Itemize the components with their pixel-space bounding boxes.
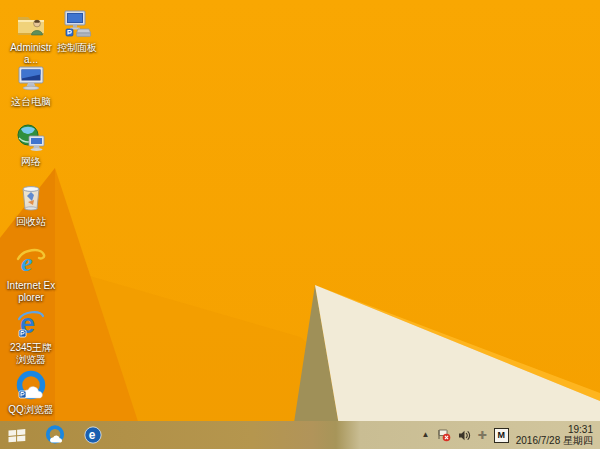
icon-label: 这台电脑 bbox=[6, 96, 56, 108]
computer-icon bbox=[15, 62, 47, 94]
clock-time: 19:31 bbox=[516, 424, 593, 435]
network-icon bbox=[15, 122, 47, 154]
taskbar-clock[interactable]: 19:31 2016/7/28 星期四 bbox=[516, 424, 596, 446]
icon-label: Internet Explorer bbox=[6, 280, 56, 304]
icon-label: 回收站 bbox=[6, 216, 56, 228]
desktop-wallpaper bbox=[0, 0, 600, 449]
desktop-icon-2345-browser[interactable]: e 2345王牌浏览器 bbox=[6, 308, 56, 366]
volume-icon[interactable] bbox=[458, 429, 471, 442]
desktop-icon-qq-browser[interactable]: QQ浏览器 bbox=[6, 370, 56, 416]
recycle-bin-icon bbox=[15, 182, 47, 214]
svg-text:e: e bbox=[89, 428, 96, 442]
taskbar-2345-browser[interactable]: e bbox=[78, 421, 108, 449]
ime-mode-icon[interactable]: M bbox=[494, 428, 509, 443]
action-center-alert-icon[interactable] bbox=[437, 428, 451, 442]
desktop-icon-administrator-folder[interactable]: Administra... bbox=[6, 8, 56, 66]
desktop-icon-control-panel[interactable]: 控制面板 bbox=[52, 8, 102, 54]
2345-browser-icon: e bbox=[83, 425, 103, 445]
internet-explorer-icon: e bbox=[15, 246, 47, 278]
user-folder-icon bbox=[15, 8, 47, 40]
desktop-icon-recycle-bin[interactable]: 回收站 bbox=[6, 182, 56, 228]
icon-label: 网络 bbox=[6, 156, 56, 168]
qq-browser-icon bbox=[45, 425, 65, 445]
icon-label: QQ浏览器 bbox=[6, 404, 56, 416]
clock-date: 2016/7/28 星期四 bbox=[516, 435, 593, 446]
icon-label: 控制面板 bbox=[52, 42, 102, 54]
taskbar-qq-browser[interactable] bbox=[40, 421, 70, 449]
system-tray: ▲ ✚ M 19:31 2016/7/28 星期四 bbox=[422, 421, 596, 449]
icon-label: 2345王牌浏览器 bbox=[6, 342, 56, 366]
desktop-icon-network[interactable]: 网络 bbox=[6, 122, 56, 168]
2345-browser-icon: e bbox=[15, 308, 47, 340]
input-indicator-icon[interactable]: ✚ bbox=[478, 430, 487, 441]
desktop-icon-internet-explorer[interactable]: e Internet Explorer bbox=[6, 246, 56, 304]
desktop: Administra... 控制面板 这台电脑 bbox=[0, 0, 600, 449]
qq-browser-icon bbox=[15, 370, 47, 402]
start-button[interactable] bbox=[2, 421, 32, 449]
taskbar: e ▲ ✚ M 19:31 2016/7/28 星期四 bbox=[0, 421, 600, 449]
windows-start-icon bbox=[8, 428, 26, 443]
control-panel-icon bbox=[61, 8, 93, 40]
desktop-icon-this-pc[interactable]: 这台电脑 bbox=[6, 62, 56, 108]
show-hidden-icons-chevron-icon[interactable]: ▲ bbox=[422, 431, 430, 439]
